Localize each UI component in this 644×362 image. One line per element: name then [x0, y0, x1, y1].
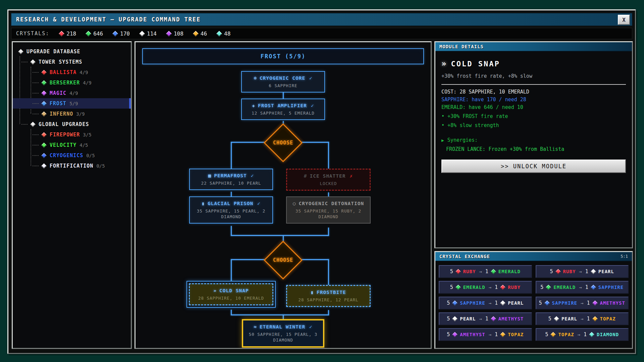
waves-icon: ≈	[254, 324, 257, 329]
sidebar-item-cryogenics[interactable]: CRYOGENICS 0/5	[13, 150, 131, 161]
sidebar-item-velocity[interactable]: VELOCITY 4/5	[13, 140, 131, 150]
offer-get-name: AMETHYST	[600, 300, 625, 306]
sidebar-item-ballista[interactable]: BALLISTA 4/9	[13, 67, 131, 77]
offer-give-qty: 5	[540, 284, 543, 290]
sidebar-item-count: 5/9	[69, 101, 78, 106]
offer-get-qty: 1	[585, 268, 588, 275]
check-icon: ✓	[309, 324, 313, 329]
node-label: COLD SNAP	[219, 288, 249, 293]
module-details-header: MODULE DETAILS	[435, 42, 632, 52]
crystal-gem-icon	[41, 70, 47, 75]
unlock-module-button[interactable]: >> UNLOCK MODULE	[441, 160, 626, 173]
node-cryogenic-core[interactable]: ❄CRYOGENIC CORE✓ 6 SAPPHIRE	[241, 71, 325, 93]
exchange-offer-amethyst-to-topaz[interactable]: 5 AMETHYST → 1 TOPAZ	[439, 328, 532, 341]
exchange-offer-emerald-to-ruby[interactable]: 5 EMERALD → 1 RUBY	[439, 281, 532, 294]
check-icon: ✓	[251, 173, 254, 178]
offer-give-name: SAPPHIRE	[552, 300, 577, 306]
crystal-gem-icon	[551, 332, 556, 337]
node-label: CRYOGENIC DETONATION	[299, 201, 364, 206]
sidebar-root-upgrade-database[interactable]: UPGRADE DATABASE	[13, 46, 131, 57]
sapphire-requirement: SAPPHIRE: have 170 / need 28	[441, 97, 626, 103]
sidebar-item-label: CRYOGENICS	[50, 153, 83, 159]
offer-give-qty: 5	[550, 268, 553, 275]
tree-connector-stub	[33, 145, 39, 145]
sidebar-item-frost[interactable]: FROST 5/9	[13, 98, 131, 109]
triangle-icon: ▶	[441, 138, 444, 143]
offer-give-name: PEARL	[561, 316, 577, 321]
offer-give-qty: 5	[548, 316, 551, 322]
sidebar-item-label: GLOBAL UPGRADES	[39, 121, 89, 127]
exchange-offer-sapphire-to-amethyst[interactable]: 5 SAPPHIRE → 1 AMETHYST	[536, 297, 629, 309]
exchange-offer-sapphire-to-pearl[interactable]: 5 SAPPHIRE → 1 PEARL	[439, 297, 532, 309]
node-permafrost[interactable]: ▦PERMAFROST✓ 22 SAPPHIRE, 10 PEARL	[189, 169, 273, 190]
exchange-offer-emerald-to-sapphire[interactable]: 5 EMERALD → 1 SAPPHIRE	[536, 281, 629, 294]
node-cost: 35 SAPPHIRE, 15 PEARL, 2 DIAMOND	[193, 208, 270, 220]
crystal-count-value: 108	[174, 31, 183, 37]
crystal-gem-icon	[592, 316, 598, 321]
sidebar-item-label: FIREPOWER	[50, 132, 80, 138]
offer-give-qty: 5	[447, 331, 450, 338]
crystal-gem-icon	[491, 316, 496, 321]
exchange-offer-topaz-to-diamond[interactable]: 5 TOPAZ → 1 DIAMOND	[536, 328, 629, 341]
sidebar-item-count: 4/9	[83, 80, 91, 85]
close-button[interactable]: X	[618, 15, 630, 25]
crystal-gem-icon	[592, 300, 598, 306]
chevrons-icon: »	[441, 59, 446, 68]
choose-diamond-2: CHOOSE	[263, 240, 303, 280]
sidebar-item-label: TOWER SYSTEMS	[39, 59, 82, 65]
offer-get-name: PEARL	[508, 300, 524, 306]
node-cold-snap[interactable]: »COLD SNAP 28 SAPPHIRE, 10 EMERALD	[186, 281, 276, 308]
module-effect: •+30% FROST fire rate	[441, 113, 626, 119]
crystal-gem-icon	[452, 316, 458, 321]
sidebar-item-count: 0/5	[86, 153, 95, 158]
crystal-gem-icon	[41, 101, 47, 106]
selected-module-name: COLD SNAP	[451, 60, 500, 68]
offer-give-qty: 5	[447, 316, 450, 322]
tree-connector-stub	[33, 114, 39, 114]
choose-label: CHOOSE	[263, 240, 303, 280]
sidebar-group-tower-systems[interactable]: TOWER SYSTEMS	[13, 57, 131, 67]
sidebar-item-magic[interactable]: MAGIC 4/9	[13, 88, 131, 98]
crystal-gem-icon	[544, 300, 550, 306]
sidebar-group-global-upgrades[interactable]: GLOBAL UPGRADES	[13, 119, 131, 129]
tree-title: FROST (5/9)	[142, 48, 424, 64]
check-icon: ✓	[309, 75, 313, 81]
node-ice-shatter[interactable]: #ICE SHATTER✗ LOCKED	[286, 169, 371, 191]
sidebar-item-count: 4/9	[69, 90, 78, 96]
sidebar-item-inferno[interactable]: INFERNO 3/9	[13, 109, 131, 119]
node-frostbite[interactable]: ▮FROSTBITE 28 SAPPHIRE, 12 PEARL	[286, 285, 371, 307]
crystal-gem-icon	[18, 49, 23, 54]
offer-get-name: PEARL	[598, 269, 614, 274]
offer-get-qty: 1	[495, 331, 498, 338]
node-frost-amplifier[interactable]: ✚FROST AMPLIFIER✓ 12 SAPPHIRE, 5 EMERALD	[241, 99, 325, 120]
tree-connector-stub	[33, 82, 39, 83]
crystal-gem-icon	[30, 122, 36, 127]
exchange-offer-ruby-to-pearl[interactable]: 5 RUBY → 1 PEARL	[536, 265, 629, 278]
node-cost: 28 SAPPHIRE, 12 PEARL	[290, 297, 367, 303]
node-glacial-prison[interactable]: ▮GLACIAL PRISON✓ 35 SAPPHIRE, 15 PEARL, …	[189, 196, 273, 224]
sidebar-item-berserker[interactable]: BERSERKER 4/9	[13, 77, 131, 88]
exchange-offer-pearl-to-topaz[interactable]: 5 PEARL → 1 TOPAZ	[536, 312, 629, 325]
offer-give-qty: 5	[450, 268, 453, 275]
sidebar-item-label: MAGIC	[50, 90, 66, 96]
exchange-offer-pearl-to-amethyst[interactable]: 5 PEARL → 1 AMETHYST	[439, 312, 532, 325]
offer-give-name: PEARL	[460, 316, 476, 321]
sidebar-item-fortification[interactable]: FORTIFICATION 0/5	[13, 161, 131, 171]
tree-connector-stub	[33, 134, 39, 135]
crystal-count-value: 48	[224, 31, 230, 37]
crystal-count-amethyst: 108	[167, 31, 183, 37]
sidebar-item-firepower[interactable]: FIREPOWER 3/5	[13, 129, 131, 140]
node-eternal-winter[interactable]: ≈ETERNAL WINTER✓ 50 SAPPHIRE, 15 PEARL, …	[242, 319, 324, 348]
ice-block-icon: ▦	[208, 173, 212, 178]
crystal-gem-icon	[41, 80, 47, 85]
node-cost: 28 SAPPHIRE, 10 EMERALD	[193, 296, 270, 301]
arrow-icon: →	[479, 316, 482, 321]
snowflake-icon: ❄	[254, 75, 257, 81]
crystal-gem-icon	[452, 332, 458, 337]
arrow-icon: →	[579, 269, 582, 274]
exchange-offer-ruby-to-emerald[interactable]: 5 RUBY → 1 EMERALD	[439, 265, 532, 278]
module-effect: •+8% slow strength	[441, 122, 626, 128]
offer-give-name: AMETHYST	[460, 332, 485, 337]
bullet-icon: •	[441, 122, 444, 128]
node-cryogenic-detonation[interactable]: ○CRYOGENIC DETONATION 35 SAPPHIRE, 15 RU…	[286, 196, 371, 224]
